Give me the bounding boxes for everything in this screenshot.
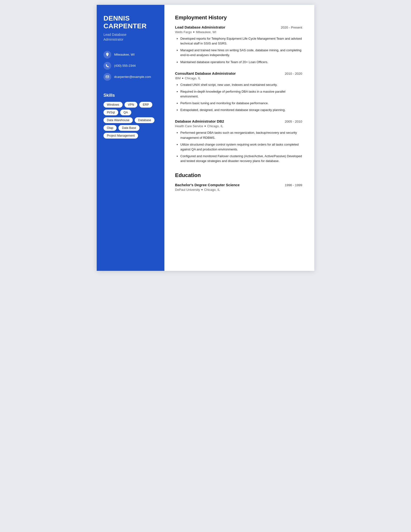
contact-location: Milwaukee, WI <box>103 51 158 58</box>
job-location: Chicago, IL <box>185 76 201 80</box>
job-title: Consultant Database Administrator <box>175 71 236 76</box>
sidebar: DENNIS CARPENTER Lead DatabaseAdministra… <box>97 5 164 271</box>
job-meta: Health Care ServiceChicago, IL <box>175 124 302 128</box>
job-header: Lead Database Administrator2020 - Presen… <box>175 25 302 29</box>
bullet-item: Managed and trained new hires on writing… <box>180 48 302 57</box>
phone-text: (430) 555-2344 <box>114 64 136 67</box>
bullet-item: Utilize structured change control system… <box>180 142 302 152</box>
bullet-item: Maintained database operations for Team … <box>180 60 302 65</box>
main-content: Employment History Lead Database Adminis… <box>164 5 314 271</box>
bullet-item: Configured and monitored Failover cluste… <box>180 154 302 163</box>
bullet-item: Performed general DBA tasks such as reor… <box>180 130 302 140</box>
job-block: Database Administrator DB22005 - 2010Hea… <box>175 119 302 163</box>
edu-location: Chicago, IL <box>204 188 220 191</box>
phone-icon <box>103 62 111 70</box>
skill-tag: Data Base <box>119 125 139 131</box>
bullet-item: Created UNIX shell script, new user, Ind… <box>180 83 302 87</box>
skill-tag: Database <box>135 117 154 123</box>
location-text: Milwaukee, WI <box>114 53 135 56</box>
job-company: Wells Fargo <box>175 30 192 34</box>
meta-dot <box>201 189 203 190</box>
skill-tag: Project Management <box>103 133 138 139</box>
job-bullets: Developed reports for Telephony Equipmen… <box>175 36 302 65</box>
skill-tag: Pl/Sql <box>103 110 118 115</box>
bullet-item: Required in-depth knowledge of performin… <box>180 89 302 99</box>
job-company: Health Care Service <box>175 124 203 128</box>
job-bullets: Performed general DBA tasks such as reor… <box>175 130 302 163</box>
employment-section-title: Employment History <box>175 15 302 21</box>
meta-dot <box>182 78 183 79</box>
edu-degree: Bachelor's Degree Computer Science <box>175 183 240 187</box>
email-text: dcarpenter@example.com <box>114 75 151 79</box>
job-title: Lead Database Administrator <box>175 25 225 29</box>
job-title: Database Administrator DB2 <box>175 119 224 123</box>
edu-dates: 1996 - 1999 <box>285 183 302 187</box>
jobs-container: Lead Database Administrator2020 - Presen… <box>175 25 302 163</box>
contact-email: dcarpenter@example.com <box>103 73 158 81</box>
candidate-name: DENNIS CARPENTER <box>103 15 158 30</box>
job-meta: Wells FargoMilwaukee, WI <box>175 30 302 34</box>
contact-phone: (430) 555-2344 <box>103 62 158 70</box>
bullet-item: Developed reports for Telephony Equipmen… <box>180 36 302 46</box>
job-block: Lead Database Administrator2020 - Presen… <box>175 25 302 65</box>
job-dates: 2020 - Present <box>281 26 302 29</box>
skill-tag: Olap <box>103 125 117 131</box>
skill-tag: VPN <box>124 102 138 108</box>
skills-heading: Skills <box>103 93 158 98</box>
job-dates: 2005 - 2010 <box>285 120 302 123</box>
job-bullets: Created UNIX shell script, new user, Ind… <box>175 83 302 113</box>
job-location: Milwaukee, WI <box>196 30 216 34</box>
job-meta: IBMChicago, IL <box>175 76 302 80</box>
edu-container: Bachelor's Degree Computer Science1996 -… <box>175 183 302 191</box>
education-section-title: Education <box>175 172 302 179</box>
bullet-item: Perform basic tuning and monitoring for … <box>180 101 302 106</box>
svg-rect-0 <box>106 76 109 78</box>
skill-tag: QA <box>120 110 131 115</box>
edu-meta: DePaul UniversityChicago, IL <box>175 188 302 191</box>
skill-tag: Data Warehouse <box>103 117 133 123</box>
job-block: Consultant Database Administrator2010 - … <box>175 71 302 113</box>
education-section: Education Bachelor's Degree Computer Sci… <box>175 172 302 191</box>
skill-tag: Windows <box>103 102 122 108</box>
location-icon <box>103 51 111 58</box>
skill-tag: ERP <box>139 102 152 108</box>
skills-tags: WindowsVPNERPPl/SqlQAData WarehouseDatab… <box>103 102 158 139</box>
meta-dot <box>193 31 194 33</box>
job-dates: 2010 - 2020 <box>285 72 302 76</box>
email-icon <box>103 73 111 81</box>
job-company: IBM <box>175 76 181 80</box>
skills-section: Skills WindowsVPNERPPl/SqlQAData Warehou… <box>103 93 158 139</box>
job-header: Database Administrator DB22005 - 2010 <box>175 119 302 123</box>
contact-section: Milwaukee, WI (430) 555-2344 dcarpent <box>103 51 158 81</box>
resume-wrapper: DENNIS CARPENTER Lead DatabaseAdministra… <box>97 5 314 271</box>
candidate-title: Lead DatabaseAdministrator <box>103 32 158 42</box>
job-header: Consultant Database Administrator2010 - … <box>175 71 302 76</box>
meta-dot <box>205 125 206 127</box>
job-location: Chicago, IL <box>207 124 223 128</box>
bullet-item: Extrapolated, designed, and monitored da… <box>180 108 302 113</box>
edu-school: DePaul University <box>175 188 200 191</box>
edu-header: Bachelor's Degree Computer Science1996 -… <box>175 183 302 187</box>
edu-block: Bachelor's Degree Computer Science1996 -… <box>175 183 302 191</box>
